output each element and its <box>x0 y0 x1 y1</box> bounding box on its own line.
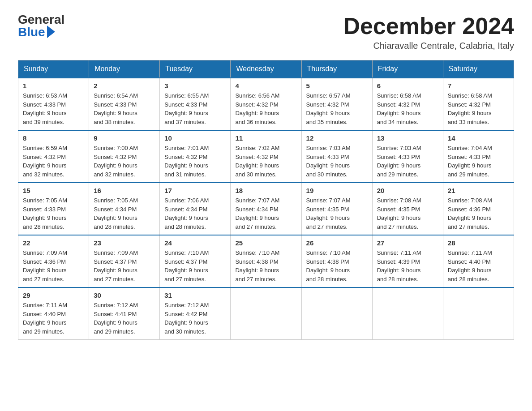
calendar-cell: 9Sunrise: 7:00 AMSunset: 4:32 PMDaylight… <box>89 130 160 183</box>
page-header: General Blue December 2024 Chiaravalle C… <box>18 13 514 51</box>
calendar-cell: 19Sunrise: 7:07 AMSunset: 4:35 PMDayligh… <box>301 183 372 235</box>
day-info: Sunrise: 6:59 AMSunset: 4:32 PMDaylight:… <box>23 144 84 179</box>
day-info: Sunrise: 7:10 AMSunset: 4:37 PMDaylight:… <box>164 248 226 283</box>
day-info: Sunrise: 7:07 AMSunset: 4:34 PMDaylight:… <box>235 196 296 231</box>
day-info: Sunrise: 7:07 AMSunset: 4:35 PMDaylight:… <box>306 196 368 231</box>
week-row-4: 22Sunrise: 7:09 AMSunset: 4:36 PMDayligh… <box>18 235 514 287</box>
week-row-1: 1Sunrise: 6:53 AMSunset: 4:33 PMDaylight… <box>18 78 514 130</box>
col-header-friday: Friday <box>372 60 443 78</box>
day-number: 27 <box>377 239 438 247</box>
day-info: Sunrise: 7:06 AMSunset: 4:34 PMDaylight:… <box>164 196 226 231</box>
day-info: Sunrise: 6:56 AMSunset: 4:32 PMDaylight:… <box>235 91 296 126</box>
calendar-cell <box>443 287 514 340</box>
day-number: 6 <box>377 82 438 90</box>
day-info: Sunrise: 7:10 AMSunset: 4:38 PMDaylight:… <box>306 248 368 283</box>
col-header-tuesday: Tuesday <box>160 60 231 78</box>
day-number: 16 <box>94 187 155 194</box>
day-number: 18 <box>235 187 296 194</box>
day-info: Sunrise: 7:05 AMSunset: 4:33 PMDaylight:… <box>23 196 84 231</box>
day-number: 13 <box>377 134 438 142</box>
day-info: Sunrise: 7:00 AMSunset: 4:32 PMDaylight:… <box>94 144 155 179</box>
day-info: Sunrise: 6:54 AMSunset: 4:33 PMDaylight:… <box>94 91 155 126</box>
calendar-cell <box>301 287 372 340</box>
day-number: 1 <box>23 82 84 90</box>
day-info: Sunrise: 7:11 AMSunset: 4:40 PMDaylight:… <box>23 301 84 336</box>
day-number: 2 <box>94 82 155 90</box>
day-number: 31 <box>164 291 226 299</box>
day-info: Sunrise: 6:57 AMSunset: 4:32 PMDaylight:… <box>306 91 368 126</box>
location-subtitle: Chiaravalle Centrale, Calabria, Italy <box>343 41 514 51</box>
calendar-cell: 20Sunrise: 7:08 AMSunset: 4:35 PMDayligh… <box>372 183 443 235</box>
calendar-cell: 5Sunrise: 6:57 AMSunset: 4:32 PMDaylight… <box>301 78 372 130</box>
day-number: 12 <box>306 134 368 142</box>
calendar-cell: 24Sunrise: 7:10 AMSunset: 4:37 PMDayligh… <box>160 235 231 287</box>
day-number: 20 <box>377 187 438 194</box>
day-number: 17 <box>164 187 226 194</box>
calendar-cell: 8Sunrise: 6:59 AMSunset: 4:32 PMDaylight… <box>18 130 89 183</box>
day-number: 4 <box>235 82 296 90</box>
day-info: Sunrise: 7:10 AMSunset: 4:38 PMDaylight:… <box>235 248 296 283</box>
day-info: Sunrise: 7:03 AMSunset: 4:33 PMDaylight:… <box>306 144 368 179</box>
calendar-cell: 18Sunrise: 7:07 AMSunset: 4:34 PMDayligh… <box>231 183 301 235</box>
day-info: Sunrise: 7:08 AMSunset: 4:36 PMDaylight:… <box>448 196 509 231</box>
calendar-cell: 4Sunrise: 6:56 AMSunset: 4:32 PMDaylight… <box>231 78 301 130</box>
calendar-cell: 22Sunrise: 7:09 AMSunset: 4:36 PMDayligh… <box>18 235 89 287</box>
calendar-cell: 1Sunrise: 6:53 AMSunset: 4:33 PMDaylight… <box>18 78 89 130</box>
calendar-cell: 29Sunrise: 7:11 AMSunset: 4:40 PMDayligh… <box>18 287 89 340</box>
week-row-5: 29Sunrise: 7:11 AMSunset: 4:40 PMDayligh… <box>18 287 514 340</box>
day-number: 15 <box>23 187 84 194</box>
col-header-monday: Monday <box>89 60 160 78</box>
day-number: 5 <box>306 82 368 90</box>
calendar-cell: 6Sunrise: 6:58 AMSunset: 4:32 PMDaylight… <box>372 78 443 130</box>
day-number: 30 <box>94 291 155 299</box>
calendar-cell: 21Sunrise: 7:08 AMSunset: 4:36 PMDayligh… <box>443 183 514 235</box>
calendar-cell: 7Sunrise: 6:58 AMSunset: 4:32 PMDaylight… <box>443 78 514 130</box>
day-number: 25 <box>235 239 296 247</box>
calendar-cell: 11Sunrise: 7:02 AMSunset: 4:32 PMDayligh… <box>231 130 301 183</box>
day-number: 3 <box>164 82 226 90</box>
day-number: 21 <box>448 187 509 194</box>
calendar-header-row: SundayMondayTuesdayWednesdayThursdayFrid… <box>18 60 514 78</box>
calendar-cell: 15Sunrise: 7:05 AMSunset: 4:33 PMDayligh… <box>18 183 89 235</box>
calendar-table: SundayMondayTuesdayWednesdayThursdayFrid… <box>18 60 514 340</box>
day-number: 19 <box>306 187 368 194</box>
day-info: Sunrise: 6:55 AMSunset: 4:33 PMDaylight:… <box>164 91 226 126</box>
calendar-cell: 10Sunrise: 7:01 AMSunset: 4:32 PMDayligh… <box>160 130 231 183</box>
week-row-3: 15Sunrise: 7:05 AMSunset: 4:33 PMDayligh… <box>18 183 514 235</box>
day-info: Sunrise: 7:04 AMSunset: 4:33 PMDaylight:… <box>448 144 509 179</box>
calendar-cell: 12Sunrise: 7:03 AMSunset: 4:33 PMDayligh… <box>301 130 372 183</box>
day-info: Sunrise: 7:11 AMSunset: 4:40 PMDaylight:… <box>448 248 509 283</box>
day-number: 9 <box>94 134 155 142</box>
day-info: Sunrise: 7:09 AMSunset: 4:37 PMDaylight:… <box>94 248 155 283</box>
calendar-cell <box>372 287 443 340</box>
logo-general-text: General <box>18 13 64 26</box>
day-info: Sunrise: 6:53 AMSunset: 4:33 PMDaylight:… <box>23 91 84 126</box>
day-info: Sunrise: 6:58 AMSunset: 4:32 PMDaylight:… <box>448 91 509 126</box>
day-number: 22 <box>23 239 84 247</box>
day-number: 26 <box>306 239 368 247</box>
calendar-cell: 25Sunrise: 7:10 AMSunset: 4:38 PMDayligh… <box>231 235 301 287</box>
day-info: Sunrise: 7:05 AMSunset: 4:34 PMDaylight:… <box>94 196 155 231</box>
logo-blue-text: Blue <box>18 26 55 39</box>
calendar-cell: 28Sunrise: 7:11 AMSunset: 4:40 PMDayligh… <box>443 235 514 287</box>
day-number: 11 <box>235 134 296 142</box>
day-number: 8 <box>23 134 84 142</box>
day-info: Sunrise: 7:08 AMSunset: 4:35 PMDaylight:… <box>377 196 438 231</box>
day-info: Sunrise: 7:11 AMSunset: 4:39 PMDaylight:… <box>377 248 438 283</box>
calendar-cell: 2Sunrise: 6:54 AMSunset: 4:33 PMDaylight… <box>89 78 160 130</box>
title-area: December 2024 Chiaravalle Centrale, Cala… <box>343 13 514 51</box>
day-number: 10 <box>164 134 226 142</box>
day-number: 24 <box>164 239 226 247</box>
month-title: December 2024 <box>343 13 514 39</box>
calendar-cell: 30Sunrise: 7:12 AMSunset: 4:41 PMDayligh… <box>89 287 160 340</box>
calendar-cell: 27Sunrise: 7:11 AMSunset: 4:39 PMDayligh… <box>372 235 443 287</box>
calendar-cell: 17Sunrise: 7:06 AMSunset: 4:34 PMDayligh… <box>160 183 231 235</box>
week-row-2: 8Sunrise: 6:59 AMSunset: 4:32 PMDaylight… <box>18 130 514 183</box>
day-number: 29 <box>23 291 84 299</box>
calendar-cell: 31Sunrise: 7:12 AMSunset: 4:42 PMDayligh… <box>160 287 231 340</box>
day-number: 14 <box>448 134 509 142</box>
calendar-cell: 23Sunrise: 7:09 AMSunset: 4:37 PMDayligh… <box>89 235 160 287</box>
logo: General Blue <box>18 13 64 39</box>
day-info: Sunrise: 7:12 AMSunset: 4:41 PMDaylight:… <box>94 301 155 336</box>
day-number: 28 <box>448 239 509 247</box>
